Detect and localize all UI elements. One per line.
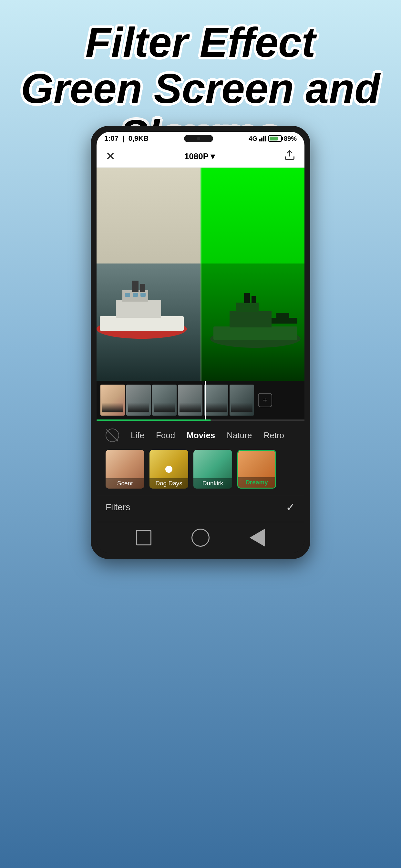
- battery-fill: [270, 136, 278, 141]
- close-button[interactable]: ✕: [105, 150, 115, 163]
- filter-progress: [96, 420, 305, 421]
- svg-rect-14: [244, 293, 250, 303]
- filter-none-icon[interactable]: [105, 429, 119, 442]
- nav-back-button[interactable]: [250, 529, 265, 547]
- status-time: 1:07 | 0,9KB: [104, 134, 149, 143]
- filter-thumb-dogdays: Dog Days: [150, 450, 188, 489]
- filter-item-dogdays[interactable]: Dog Days: [150, 450, 188, 489]
- boat-left-svg: [96, 265, 201, 355]
- filter-item-dunkirk[interactable]: Dunkirk: [193, 450, 232, 489]
- timeline-thumb-5: [204, 384, 228, 415]
- timeline[interactable]: +: [96, 381, 305, 420]
- filter-item-scent[interactable]: Scent: [105, 450, 144, 489]
- dogdays-label: Dog Days: [155, 480, 182, 487]
- filter-cat-movies[interactable]: Movies: [187, 430, 215, 440]
- signal-icon: [259, 135, 266, 142]
- boat-right-svg: [201, 277, 305, 355]
- battery-icon: [268, 135, 282, 142]
- nav-square-button[interactable]: [136, 530, 151, 546]
- filter-progress-fill: [96, 420, 211, 421]
- svg-rect-17: [276, 313, 289, 319]
- header-line1: Filter Effect: [0, 20, 401, 66]
- phone-container: 1:07 | 0,9KB 4G: [91, 126, 310, 559]
- svg-rect-15: [251, 296, 256, 303]
- battery-tip: [282, 137, 283, 140]
- filter-section: Life Food Movies Nature Retro Scent: [96, 421, 305, 553]
- timeline-thumb-6: [229, 384, 254, 415]
- svg-rect-2: [100, 316, 184, 331]
- dreamy-label: Dreamy: [245, 479, 268, 486]
- playhead: [205, 381, 206, 420]
- video-preview: [96, 167, 305, 381]
- filter-cat-retro[interactable]: Retro: [264, 430, 284, 440]
- dunkirk-label: Dunkirk: [203, 480, 223, 487]
- timeline-thumb-2: [126, 384, 151, 415]
- status-right: 4G 89%: [249, 135, 297, 143]
- adjustment-dot: [165, 466, 173, 473]
- nav-home-button[interactable]: [191, 529, 210, 547]
- svg-rect-11: [213, 327, 297, 340]
- status-bar: 1:07 | 0,9KB 4G: [96, 132, 305, 145]
- upload-button[interactable]: [284, 149, 296, 163]
- toolbar: ✕ 1080P ▾: [96, 145, 305, 167]
- add-clip-button[interactable]: +: [258, 393, 272, 407]
- timeline-thumb-3: [152, 384, 177, 415]
- filter-thumb-scent: Scent: [105, 450, 144, 489]
- timeline-thumb-1: [100, 384, 125, 415]
- video-divider: [201, 167, 202, 381]
- filter-cat-food[interactable]: Food: [156, 430, 175, 440]
- filter-thumb-dreamy: Dreamy: [237, 450, 276, 489]
- svg-rect-7: [125, 293, 130, 297]
- filter-categories: Life Food Movies Nature Retro: [96, 421, 305, 447]
- svg-rect-3: [116, 300, 161, 318]
- filter-item-dreamy[interactable]: Dreamy: [237, 450, 276, 489]
- svg-rect-13: [236, 303, 258, 312]
- video-right-panel: [201, 167, 305, 381]
- filter-cat-life[interactable]: Life: [131, 430, 144, 440]
- video-left-panel: [96, 167, 201, 381]
- network-label: 4G: [249, 135, 257, 143]
- filters-label: Filters: [105, 502, 130, 513]
- scent-label: Scent: [117, 480, 133, 487]
- battery-pct: 89%: [284, 135, 297, 143]
- filter-thumb-dunkirk: Dunkirk: [193, 450, 232, 489]
- phone-screen: 1:07 | 0,9KB 4G: [96, 132, 305, 553]
- svg-rect-9: [141, 293, 146, 297]
- filter-bottom-bar: Filters ✓: [96, 495, 305, 522]
- camera-dot: [197, 137, 200, 140]
- android-nav-bar: [96, 522, 305, 553]
- resolution-selector[interactable]: 1080P ▾: [184, 151, 215, 161]
- filter-cat-nature[interactable]: Nature: [227, 430, 252, 440]
- camera-notch: [184, 135, 213, 142]
- svg-rect-12: [229, 311, 272, 328]
- svg-rect-8: [133, 293, 138, 297]
- chevron-down-icon: ▾: [211, 151, 215, 161]
- svg-rect-6: [140, 284, 145, 292]
- filter-thumbnails: Scent Dog Days: [96, 447, 305, 495]
- phone-top: 1:07 | 0,9KB 4G: [91, 126, 310, 559]
- svg-rect-5: [132, 281, 138, 292]
- filter-check-button[interactable]: ✓: [286, 500, 296, 514]
- timeline-thumb-4: [178, 384, 203, 415]
